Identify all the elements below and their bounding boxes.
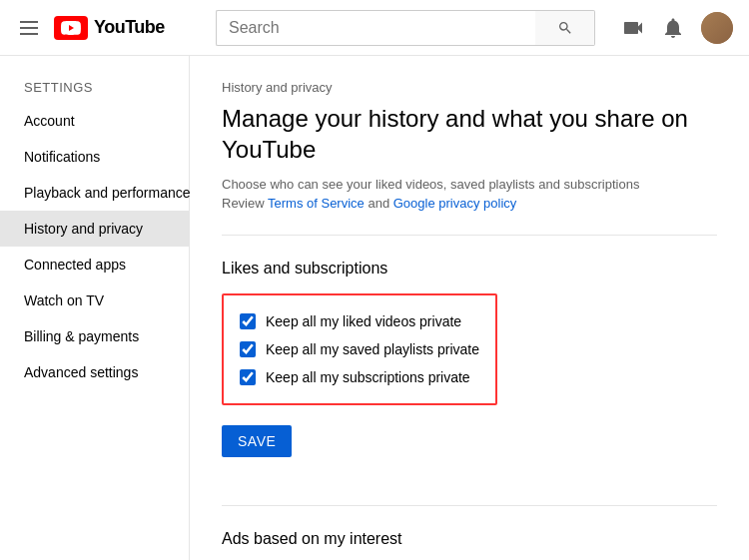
page-links: Review Terms of Service and Google priva… bbox=[222, 196, 717, 211]
main-content: History and privacy Manage your history … bbox=[190, 56, 749, 560]
sidebar-item-billing[interactable]: Billing & payments bbox=[0, 318, 189, 354]
likes-heading: Likes and subscriptions bbox=[222, 260, 717, 278]
save-button[interactable]: SAVE bbox=[222, 425, 292, 457]
page-subtitle: Choose who can see your liked videos, sa… bbox=[222, 177, 717, 192]
play-icon bbox=[61, 21, 81, 35]
links-middle: and bbox=[365, 196, 393, 211]
ads-divider bbox=[222, 505, 717, 506]
checkboxes-wrapper: Keep all my liked videos private Keep al… bbox=[222, 293, 497, 405]
checkbox-label-subscriptions[interactable]: Keep all my subscriptions private bbox=[266, 369, 470, 385]
search-bar bbox=[216, 10, 595, 46]
checkbox-saved-playlists[interactable] bbox=[240, 341, 256, 357]
camera-icon[interactable] bbox=[621, 16, 645, 40]
settings-label: SETTINGS bbox=[0, 72, 189, 103]
header: YouTube bbox=[0, 0, 749, 56]
sidebar-item-account[interactable]: Account bbox=[0, 103, 189, 139]
checkbox-row-3: Keep all my subscriptions private bbox=[240, 363, 479, 391]
section-label: History and privacy bbox=[222, 80, 717, 95]
search-icon bbox=[557, 20, 573, 36]
search-input[interactable] bbox=[216, 10, 535, 46]
sidebar-item-playback[interactable]: Playback and performance bbox=[0, 175, 189, 211]
sidebar: SETTINGS Account Notifications Playback … bbox=[0, 56, 190, 560]
checkbox-liked-videos[interactable] bbox=[240, 313, 256, 329]
links-prefix: Review bbox=[222, 196, 268, 211]
page-title: Manage your history and what you share o… bbox=[222, 103, 717, 165]
avatar[interactable] bbox=[701, 12, 733, 44]
search-button[interactable] bbox=[535, 10, 595, 46]
bell-icon[interactable] bbox=[661, 16, 685, 40]
checkbox-row-2: Keep all my saved playlists private bbox=[240, 335, 479, 363]
checkbox-subscriptions[interactable] bbox=[240, 369, 256, 385]
privacy-link[interactable]: Google privacy policy bbox=[393, 196, 517, 211]
page-layout: SETTINGS Account Notifications Playback … bbox=[0, 56, 749, 560]
youtube-logo-icon bbox=[54, 16, 88, 40]
section-divider bbox=[222, 235, 717, 236]
ads-heading: Ads based on my interest bbox=[222, 530, 717, 548]
checkbox-label-saved-playlists[interactable]: Keep all my saved playlists private bbox=[266, 341, 479, 357]
sidebar-item-notifications[interactable]: Notifications bbox=[0, 139, 189, 175]
sidebar-item-connected[interactable]: Connected apps bbox=[0, 247, 189, 282]
header-left: YouTube bbox=[16, 16, 196, 40]
checkbox-row-1: Keep all my liked videos private bbox=[240, 307, 479, 335]
sidebar-item-advanced[interactable]: Advanced settings bbox=[0, 354, 189, 390]
menu-icon[interactable] bbox=[16, 17, 42, 39]
youtube-logo[interactable]: YouTube bbox=[54, 16, 165, 40]
header-right bbox=[621, 12, 733, 44]
checkbox-label-liked-videos[interactable]: Keep all my liked videos private bbox=[266, 313, 461, 329]
tos-link[interactable]: Terms of Service bbox=[268, 196, 365, 211]
sidebar-item-history[interactable]: History and privacy bbox=[0, 211, 189, 247]
logo-text: YouTube bbox=[94, 17, 165, 38]
sidebar-item-watch[interactable]: Watch on TV bbox=[0, 282, 189, 318]
